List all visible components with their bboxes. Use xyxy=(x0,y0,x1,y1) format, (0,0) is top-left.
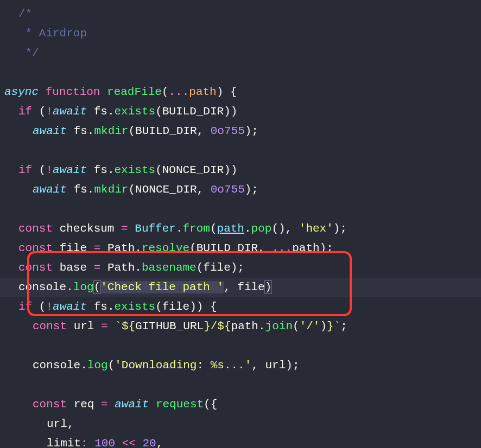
comment-close: */ xyxy=(18,47,39,59)
code-editor[interactable]: /* * Airdrop */ async function readFile(… xyxy=(0,0,481,448)
code-line: const base = Path.basename(file); xyxy=(0,258,481,278)
kw-function: function xyxy=(46,86,100,98)
code-line: const url = `${GITHUB_URL}/${path.join('… xyxy=(0,317,481,336)
kw-async: async xyxy=(4,86,39,98)
code-line: if (!await fs.exists(file)) { xyxy=(0,297,481,317)
code-line: url, xyxy=(0,414,481,434)
path-link[interactable]: path xyxy=(217,222,244,235)
comment-body: * Airdrop xyxy=(18,27,87,40)
code-line: async function readFile(...path) { xyxy=(0,82,481,102)
code-line: * Airdrop xyxy=(0,24,481,43)
code-line: /* xyxy=(0,4,481,24)
fn-name: readFile xyxy=(107,86,162,98)
code-line: const file = Path.resolve(BUILD_DIR, ...… xyxy=(0,239,481,258)
code-line: */ xyxy=(0,43,481,63)
code-line: await fs.mkdir(BUILD_DIR, 0o755); xyxy=(0,121,481,141)
param-path: path xyxy=(189,86,216,98)
blank-line xyxy=(0,200,481,219)
code-line-current: console.log('Check file path ', file) xyxy=(0,278,481,297)
blank-line xyxy=(0,63,481,82)
blank-line xyxy=(0,141,481,161)
code-line: if (!await fs.exists(NONCE_DIR)) xyxy=(0,161,481,180)
code-line: limit: 100 << 20, xyxy=(0,434,481,448)
code-line: console.log('Downloading: %s...', url); xyxy=(0,356,481,375)
code-line: const req = await request({ xyxy=(0,395,481,414)
code-line: await fs.mkdir(NONCE_DIR, 0o755); xyxy=(0,180,481,200)
blank-line xyxy=(0,336,481,356)
comment-open: /* xyxy=(18,8,32,20)
blank-line xyxy=(0,375,481,395)
selected-string: 'Check file path ' xyxy=(100,281,224,293)
code-line: const checksum = Buffer.from(path.pop(),… xyxy=(0,219,481,239)
code-line: if (!await fs.exists(BUILD_DIR)) xyxy=(0,102,481,121)
